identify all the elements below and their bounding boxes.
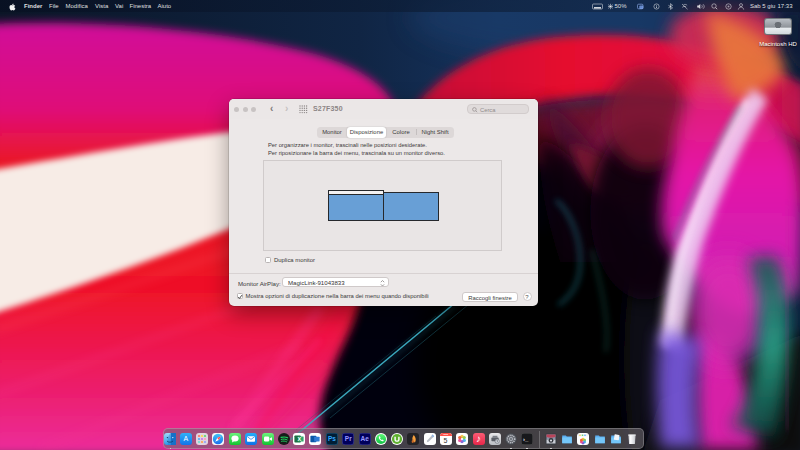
svg-text:X: X: [298, 436, 302, 442]
